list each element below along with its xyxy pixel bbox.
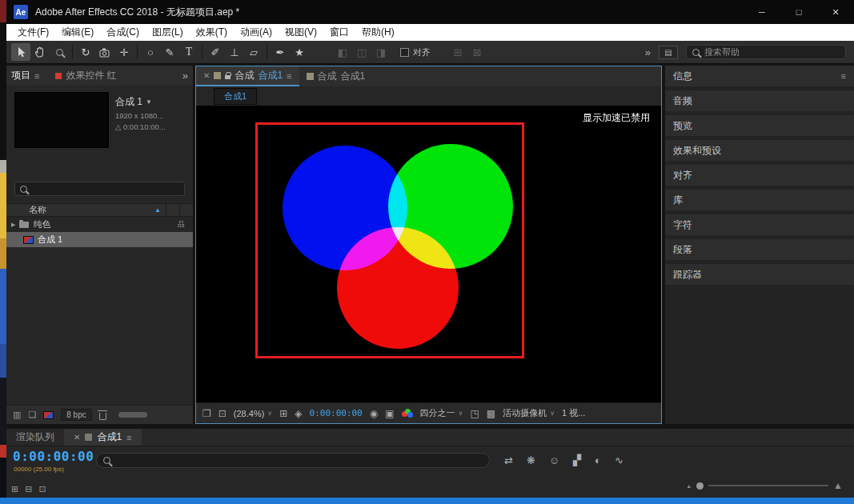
expand-arrow-icon[interactable]: ▶ bbox=[11, 222, 15, 228]
close-icon[interactable]: ✕ bbox=[203, 71, 210, 80]
project-bit-depth-button[interactable]: 8 bpc bbox=[61, 409, 91, 421]
new-folder-icon[interactable]: ❏ bbox=[28, 410, 36, 420]
local-axis-mode-icon[interactable]: ◧ bbox=[333, 43, 352, 61]
unified-camera-tool[interactable] bbox=[95, 43, 114, 61]
menu-item-layer[interactable]: 图层(L) bbox=[146, 26, 190, 39]
project-row-solids[interactable]: ▶ 纯色 品 bbox=[6, 217, 193, 232]
menu-item-effect[interactable]: 效果(T) bbox=[190, 26, 234, 39]
tab-render-queue[interactable]: 渲染队列 bbox=[6, 429, 64, 446]
puppet-pin-tool[interactable]: ★ bbox=[290, 43, 309, 61]
zoom-out-mountain-icon[interactable]: ▲ bbox=[686, 483, 692, 489]
snap-option-icon-1[interactable]: ⊞ bbox=[448, 43, 467, 61]
composition-viewport[interactable]: 显示加速已禁用 bbox=[196, 106, 661, 402]
tab-timeline-comp1[interactable]: ✕ 合成1 ≡ bbox=[64, 429, 142, 446]
workspace-icon[interactable]: ▤ bbox=[659, 46, 678, 59]
grid-options-icon[interactable]: ⊞ bbox=[279, 408, 287, 419]
draft-3d-icon[interactable]: ❋ bbox=[527, 454, 535, 466]
shy-icon[interactable]: ☺ bbox=[549, 454, 559, 466]
zoom-tool[interactable] bbox=[50, 43, 69, 61]
clone-stamp-tool[interactable]: ⊥ bbox=[225, 43, 244, 61]
panel-menu-icon[interactable]: ≡ bbox=[841, 71, 846, 81]
zoom-in-mountain-icon[interactable]: ▲ bbox=[833, 480, 843, 491]
zoom-slider-track[interactable] bbox=[708, 485, 828, 486]
panel-tab-tracker[interactable]: 跟踪器 bbox=[665, 264, 854, 285]
menu-item-animation[interactable]: 动画(A) bbox=[234, 26, 279, 39]
snap-option-icon-2[interactable]: ⊠ bbox=[467, 43, 487, 61]
expand-transfer-controls-icon[interactable]: ⊟ bbox=[25, 484, 32, 494]
panel-menu-icon[interactable]: ≡ bbox=[126, 433, 131, 442]
view-axis-mode-icon[interactable]: ◨ bbox=[371, 43, 391, 61]
roi-icon[interactable]: ◳ bbox=[470, 408, 479, 419]
comp-current-time[interactable]: 0:00:00:00 bbox=[310, 408, 363, 418]
view-layout-dropdown[interactable]: 1 视... bbox=[562, 407, 585, 419]
graph-editor-icon[interactable]: ∿ bbox=[615, 454, 623, 466]
shape-tool[interactable]: ○ bbox=[141, 43, 160, 61]
rotate-tool[interactable]: ↻ bbox=[76, 43, 95, 61]
trash-icon[interactable] bbox=[99, 413, 106, 420]
panel-tab-info[interactable]: 信息 ≡ bbox=[665, 66, 854, 86]
transparency-grid-icon[interactable]: ▩ bbox=[487, 408, 495, 419]
scrollbar-thumb[interactable] bbox=[118, 412, 147, 418]
type-tool[interactable]: T bbox=[179, 43, 198, 61]
project-row-comp1[interactable]: 合成 1 bbox=[6, 232, 193, 247]
menu-item-edit[interactable]: 编辑(E) bbox=[55, 26, 100, 39]
panel-tab-align[interactable]: 对齐 bbox=[665, 165, 854, 186]
comp-flowchart-icon[interactable]: ⇄ bbox=[504, 454, 513, 466]
expand-layer-switches-icon[interactable]: ⊞ bbox=[11, 484, 18, 494]
pen-tool[interactable]: ✎ bbox=[160, 43, 179, 61]
lock-icon[interactable] bbox=[225, 75, 231, 79]
show-channel-icon[interactable] bbox=[402, 409, 413, 418]
toolbar-overflow-chevron[interactable]: » bbox=[645, 46, 651, 58]
menu-item-file[interactable]: 文件(F) bbox=[11, 26, 55, 39]
new-composition-icon[interactable] bbox=[43, 411, 54, 419]
preview-comp-selector[interactable]: 合成 1 ▼ bbox=[115, 95, 166, 109]
selection-tool[interactable] bbox=[11, 43, 30, 61]
comp-viewer-tab-active[interactable]: ✕ 合成 合成1 ≡ bbox=[196, 66, 299, 86]
project-search-field[interactable] bbox=[14, 182, 185, 196]
panel-tab-preview[interactable]: 预览 bbox=[665, 115, 854, 136]
world-axis-mode-icon[interactable]: ◫ bbox=[352, 43, 371, 61]
mask-visibility-icon[interactable]: ◈ bbox=[295, 408, 302, 419]
brush-tool[interactable]: ✐ bbox=[206, 43, 225, 61]
minimize-button[interactable]: ─ bbox=[744, 0, 780, 24]
current-time-display[interactable]: 0:00:00:00 bbox=[13, 449, 94, 464]
magnification-dropdown[interactable]: (28.4%) ∨ bbox=[234, 409, 272, 418]
menu-item-help[interactable]: 帮助(H) bbox=[355, 26, 401, 39]
timeline-search-field[interactable] bbox=[96, 453, 490, 468]
close-icon[interactable]: ✕ bbox=[74, 433, 80, 442]
panel-tab-effects-presets[interactable]: 效果和预设 bbox=[665, 140, 854, 161]
snapshot-icon[interactable]: ◉ bbox=[370, 408, 378, 419]
expand-inout-icon[interactable]: ⊡ bbox=[38, 484, 46, 494]
comp-viewer-tab-secondary[interactable]: 合成 合成1 bbox=[299, 66, 373, 86]
close-button[interactable]: ✕ bbox=[817, 0, 854, 24]
frame-blend-icon[interactable]: ▞ bbox=[573, 454, 581, 466]
comp-breadcrumb[interactable]: 合成1 bbox=[214, 88, 257, 105]
pan-behind-tool[interactable]: ✛ bbox=[114, 43, 134, 61]
camera-dropdown[interactable]: 活动摄像机 ∨ bbox=[503, 407, 555, 419]
menu-item-composition[interactable]: 合成(C) bbox=[100, 26, 146, 39]
project-table-header[interactable]: 名称 ▲ bbox=[6, 203, 193, 217]
tab-project[interactable]: 项目 bbox=[11, 69, 30, 82]
show-snapshot-icon[interactable]: ▣ bbox=[385, 408, 394, 419]
tab-effect-controls[interactable]: 效果控件 红 bbox=[66, 69, 116, 82]
eraser-tool[interactable]: ▱ bbox=[244, 43, 263, 61]
menu-item-window[interactable]: 窗口 bbox=[323, 26, 355, 39]
primary-viewer-icon[interactable]: ⊡ bbox=[219, 408, 227, 419]
panel-tab-character[interactable]: 字符 bbox=[665, 214, 854, 235]
panel-tab-audio[interactable]: 音频 bbox=[665, 90, 854, 111]
panel-tab-libraries[interactable]: 库 bbox=[665, 190, 854, 210]
snap-checkbox[interactable] bbox=[400, 48, 409, 57]
menu-item-view[interactable]: 视图(V) bbox=[279, 26, 323, 39]
interpret-footage-icon[interactable]: ▥ bbox=[13, 410, 21, 420]
zoom-slider-knob[interactable] bbox=[696, 482, 704, 490]
resolution-dropdown[interactable]: 四分之一 ∨ bbox=[420, 407, 463, 419]
motion-blur-icon[interactable]: ◐ bbox=[595, 454, 601, 466]
hand-tool[interactable] bbox=[30, 43, 50, 61]
maximize-button[interactable]: □ bbox=[780, 0, 817, 24]
panel-menu-icon[interactable]: ≡ bbox=[34, 71, 39, 81]
always-preview-icon[interactable]: ❐ bbox=[202, 408, 211, 419]
panel-menu-icon[interactable]: ≡ bbox=[287, 71, 291, 81]
panel-tab-paragraph[interactable]: 段落 bbox=[665, 239, 854, 260]
help-search-field[interactable]: 搜索帮助 bbox=[686, 45, 846, 59]
panel-overflow-chevron[interactable]: » bbox=[182, 70, 188, 82]
